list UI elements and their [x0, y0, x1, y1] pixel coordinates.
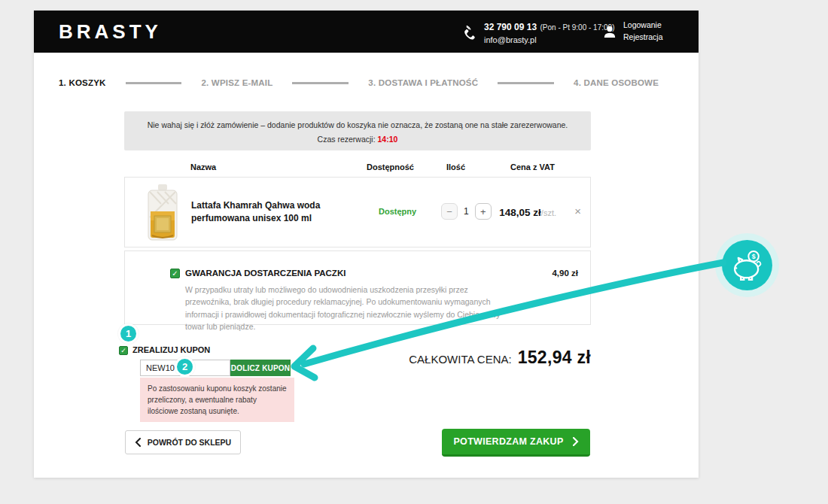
- phone-icon: [461, 26, 477, 42]
- tutorial-badge-2: 2: [175, 357, 195, 377]
- quantity-stepper: − 1 +: [441, 203, 492, 220]
- header-contact: 32 790 09 13 (Pon - Pt 9:00 - 17:00) inf…: [461, 17, 614, 47]
- brasty-logo[interactable]: BRASTY: [59, 11, 162, 53]
- back-to-shop-button[interactable]: POWRÓT DO SKLEPU: [125, 430, 241, 454]
- guarantee-description: W przypadku utraty lub możliwego do udow…: [185, 284, 507, 332]
- user-icon: [603, 25, 616, 38]
- svg-text:$: $: [751, 253, 755, 260]
- register-link[interactable]: Rejestracja: [623, 32, 663, 44]
- apply-coupon-button[interactable]: DOLICZ KUPON: [230, 360, 291, 376]
- column-header-price: Cena z VAT: [510, 162, 555, 172]
- step-dostawa[interactable]: 3. DOSTAWA I PŁATNOŚĆ: [368, 78, 478, 87]
- column-header-name: Nazwa: [190, 162, 216, 172]
- cart-item-row: Lattafa Khamrah Qahwa woda perfumowana u…: [124, 177, 591, 247]
- phone-line[interactable]: 32 790 09 13 (Pon - Pt 9:00 - 17:00): [484, 17, 614, 35]
- coupon-note: Po zastosowaniu kuponu koszyk zostanie p…: [140, 378, 294, 422]
- confirm-purchase-button[interactable]: POTWIERDZAM ZAKUP: [442, 429, 590, 457]
- total-label: CAŁKOWITA CENA:: [409, 353, 511, 366]
- availability-status: Dostępny: [379, 207, 416, 216]
- notice-text: Nie wahaj się i złóż zamówienie – dodani…: [124, 118, 591, 132]
- quantity-increase-button[interactable]: +: [475, 203, 492, 220]
- step-connector: [498, 82, 554, 84]
- step-email[interactable]: 2. WPISZ E-MAIL: [201, 78, 272, 87]
- chevron-left-icon: [135, 438, 141, 447]
- header-account[interactable]: Logowanie Rejestracja: [603, 20, 663, 44]
- step-connector: [292, 82, 349, 84]
- piggy-bank-icon: $: [727, 245, 768, 286]
- checkout-card: BRASTY 32 790 09 13 (Pon - Pt 9:00 - 17:…: [34, 11, 699, 478]
- guarantee-checkbox[interactable]: ✓: [170, 269, 180, 278]
- chevron-right-icon: [573, 437, 579, 446]
- column-header-quantity: Ilość: [446, 162, 465, 172]
- header: BRASTY 32 790 09 13 (Pon - Pt 9:00 - 17:…: [34, 11, 699, 53]
- piggy-bank-badge: $: [722, 240, 772, 290]
- guarantee-price: 4,90 zł: [552, 269, 578, 278]
- quantity-value: 1: [464, 206, 469, 217]
- notice-timer-line: Czas rezerwacji: 14:10: [124, 132, 591, 147]
- total-price: CAŁKOWITA CENA: 152,94 zł: [409, 348, 591, 368]
- product-image[interactable]: [140, 183, 185, 243]
- product-name[interactable]: Lattafa Khamrah Qahwa woda perfumowana u…: [191, 199, 372, 226]
- guarantee-row: ✓ GWARANCJA DOSTARCZENIA PACZKI 4,90 zł …: [124, 250, 591, 325]
- tutorial-badge-1: 1: [118, 323, 139, 344]
- checkout-steps: 1. KOSZYK 2. WPISZ E-MAIL 3. DOSTAWA I P…: [59, 76, 659, 90]
- price-value: 148,05 zł: [499, 207, 541, 218]
- price-unit: /szt.: [541, 208, 556, 217]
- step-koszyk[interactable]: 1. KOSZYK: [59, 78, 106, 87]
- column-header-availability: Dostępność: [367, 162, 414, 172]
- step-connector: [126, 82, 182, 84]
- item-price: 148,05 zł/szt.: [499, 205, 556, 219]
- step-dane[interactable]: 4. DANE OSOBOWE: [574, 78, 659, 87]
- remove-item-icon[interactable]: ×: [574, 205, 581, 217]
- total-value: 152,94 zł: [518, 348, 591, 368]
- login-link[interactable]: Logowanie: [623, 20, 663, 32]
- phone-number: 32 790 09 13: [484, 22, 537, 32]
- quantity-decrease-button[interactable]: −: [441, 203, 458, 220]
- reservation-notice: Nie wahaj się i złóż zamówienie – dodani…: [124, 111, 591, 150]
- coupon-checkbox-label[interactable]: ZREALIZUJ KUPON: [132, 345, 210, 354]
- coupon-checkbox[interactable]: ✓: [119, 346, 128, 355]
- guarantee-title: GWARANCJA DOSTARCZENIA PACZKI: [185, 269, 346, 278]
- reservation-timer: 14:10: [378, 135, 398, 144]
- piggy-bank-halo: $: [715, 233, 779, 297]
- contact-email[interactable]: info@brasty.pl: [484, 35, 614, 47]
